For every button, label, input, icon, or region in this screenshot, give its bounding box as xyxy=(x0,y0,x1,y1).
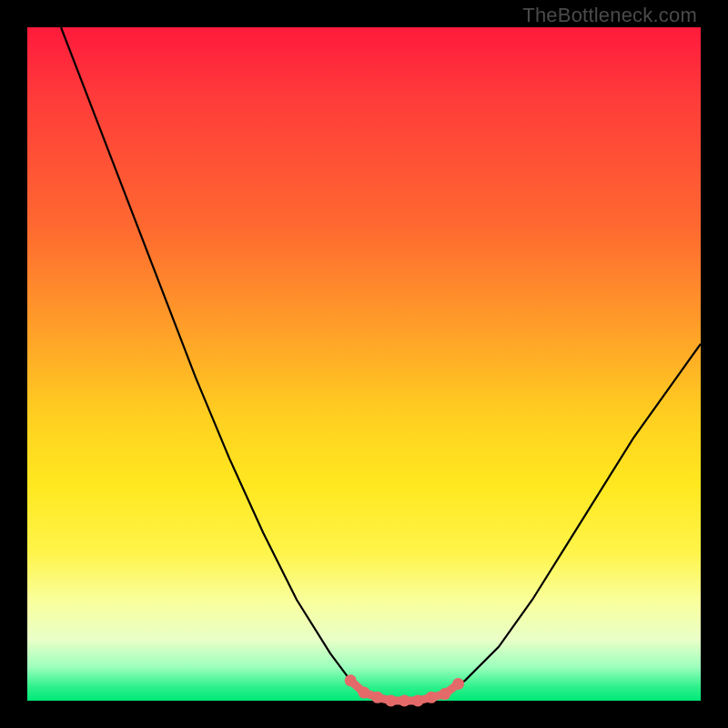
optimal-range-dot xyxy=(426,692,438,703)
optimal-range-dot xyxy=(345,674,357,686)
optimal-range-markers xyxy=(345,674,464,706)
curve-svg xyxy=(27,27,701,701)
plot-area xyxy=(27,27,701,701)
optimal-range-dot xyxy=(412,695,424,707)
bottleneck-curve xyxy=(61,27,701,701)
optimal-range-dot xyxy=(399,695,410,707)
optimal-range-dot xyxy=(385,695,397,707)
optimal-range-dot xyxy=(439,688,450,700)
optimal-range-dot xyxy=(371,692,383,703)
chart-frame: TheBottleneck.com xyxy=(0,0,728,728)
optimal-range-dot xyxy=(452,678,464,690)
watermark-text: TheBottleneck.com xyxy=(522,4,697,27)
optimal-range-dot xyxy=(359,687,370,699)
